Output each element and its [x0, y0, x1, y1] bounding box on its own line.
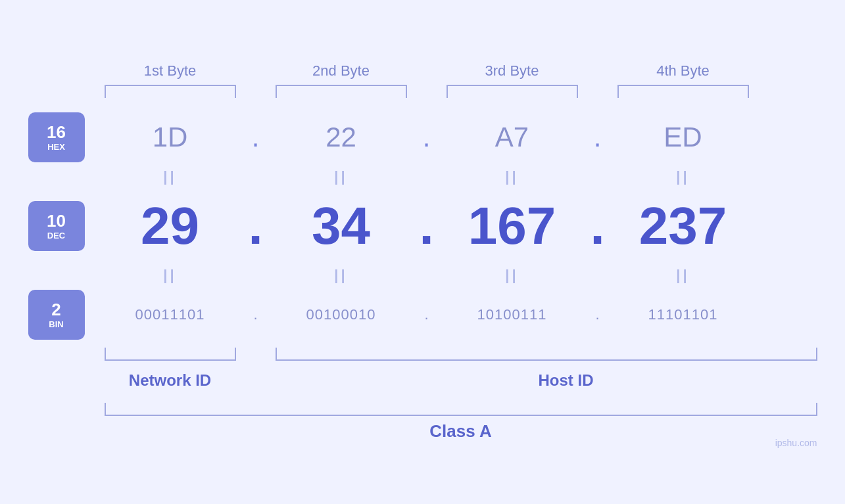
class-bracket: [105, 403, 817, 416]
network-id-label: Network ID: [105, 371, 236, 390]
equals-row-2: || || || ||: [105, 262, 817, 288]
bin-val-2: 00100010: [276, 306, 407, 323]
equals-5: ||: [105, 267, 236, 284]
bin-dot-1: .: [236, 306, 276, 323]
hex-dot-2: .: [407, 122, 447, 153]
equals-4: ||: [617, 168, 749, 185]
top-bracket-4: [617, 85, 749, 98]
dec-base-number: 10: [47, 212, 66, 231]
bin-values: 00011101 . 00100010 . 10100111 . 1110110…: [105, 306, 817, 323]
hex-values: 1D . 22 . A7 . ED: [105, 122, 817, 153]
dec-val-4: 237: [617, 196, 749, 256]
hex-val-1: 1D: [105, 122, 236, 153]
top-bracket-3: [447, 85, 578, 98]
network-id-bracket: [105, 348, 236, 361]
host-id-label: Host ID: [315, 371, 817, 390]
equals-7: ||: [447, 267, 578, 284]
hex-badge: 16 HEX: [28, 112, 85, 162]
dec-val-3: 167: [447, 196, 578, 256]
equals-6: ||: [276, 267, 407, 284]
bin-row: 2 BIN 00011101 . 00100010 . 10100111 .: [28, 288, 817, 341]
dec-dot-3: .: [578, 196, 617, 256]
bin-val-1: 00011101: [105, 306, 236, 323]
bottom-brackets: [105, 348, 817, 361]
hex-val-2: 22: [276, 122, 407, 153]
hex-dot-1: .: [236, 122, 276, 153]
class-label: Class A: [105, 421, 817, 442]
byte-header-2: 2nd Byte: [276, 62, 407, 80]
bin-val-3: 10100111: [447, 306, 578, 323]
hex-val-4: ED: [617, 122, 749, 153]
bin-dot-3: .: [578, 306, 617, 323]
top-bracket-1: [105, 85, 236, 98]
dec-badge: 10 DEC: [28, 201, 85, 251]
class-section: Class A: [105, 403, 817, 442]
dec-val-2: 34: [276, 196, 407, 256]
hex-val-3: A7: [447, 122, 578, 153]
equals-2: ||: [276, 168, 407, 185]
dec-values: 29 . 34 . 167 . 237: [105, 196, 817, 256]
bin-badge: 2 BIN: [28, 290, 85, 340]
hex-base-number: 16: [47, 123, 66, 142]
hex-row: 16 HEX 1D . 22 . A7 . ED: [28, 111, 817, 164]
hex-base-label: HEX: [47, 142, 65, 152]
dec-dot-2: .: [407, 196, 447, 256]
hex-dot-3: .: [578, 122, 617, 153]
byte-header-1: 1st Byte: [105, 62, 236, 80]
byte-header-4: 4th Byte: [617, 62, 749, 80]
equals-1: ||: [105, 168, 236, 185]
watermark: ipshu.com: [775, 438, 817, 448]
byte-header-3: 3rd Byte: [447, 62, 578, 80]
host-id-bracket: [276, 348, 817, 361]
dec-val-1: 29: [105, 196, 236, 256]
equals-row-1: || || || ||: [105, 164, 817, 190]
equals-3: ||: [447, 168, 578, 185]
dec-base-label: DEC: [47, 231, 65, 241]
bin-dot-2: .: [407, 306, 447, 323]
equals-8: ||: [617, 267, 749, 284]
bin-val-4: 11101101: [617, 306, 749, 323]
bin-base-label: BIN: [49, 319, 63, 329]
dec-row: 10 DEC 29 . 34 . 167 . 237: [28, 190, 817, 262]
top-bracket-2: [276, 85, 407, 98]
bin-base-number: 2: [51, 300, 60, 319]
dec-dot-1: .: [236, 196, 276, 256]
